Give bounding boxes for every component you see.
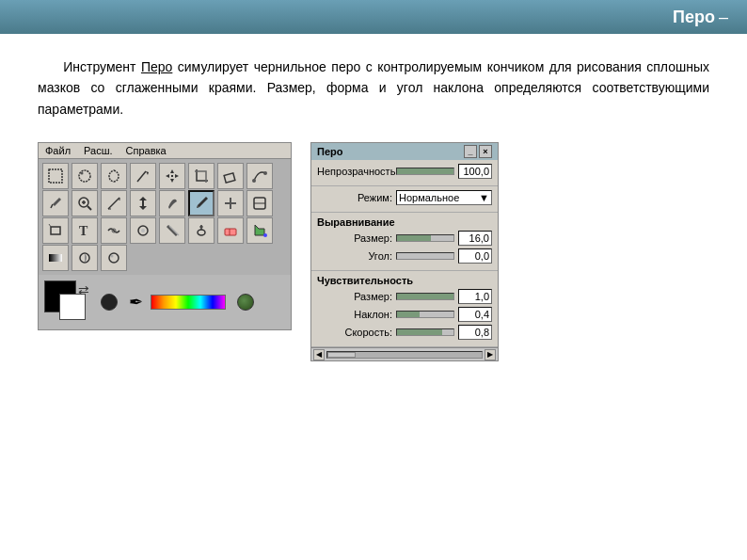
tool-align[interactable]	[130, 190, 156, 216]
svg-rect-23	[142, 200, 144, 206]
gimp-menubar: Файл Расш. Справка	[39, 143, 291, 159]
panel-minimize-btn[interactable]: _	[464, 145, 477, 158]
tool-fuzzy-select[interactable]	[72, 163, 98, 189]
tool-rect-select[interactable]	[42, 163, 69, 189]
scroll-right-btn[interactable]: ▶	[485, 349, 496, 360]
svg-line-18	[108, 198, 119, 209]
sens-size-slider[interactable]	[396, 293, 454, 300]
tool-pencil-select[interactable]	[130, 163, 156, 189]
tool-heal[interactable]	[246, 190, 273, 216]
tool-eraser[interactable]	[217, 217, 244, 244]
top-bar: Перо –	[0, 0, 747, 34]
tool-ink[interactable]	[188, 190, 215, 216]
tool-desaturate[interactable]	[101, 245, 127, 271]
tool-smudge[interactable]	[159, 217, 185, 244]
tool-gradient2[interactable]	[42, 245, 69, 271]
mode-dropdown-value: Нормальное	[399, 192, 459, 203]
angle-slider[interactable]	[396, 252, 454, 260]
sens-size-fill	[397, 294, 453, 299]
svg-marker-22	[139, 206, 147, 210]
tool-blur[interactable]	[130, 217, 156, 244]
mode-row: Режим: Нормальное ▼	[317, 190, 492, 205]
tool-zoom[interactable]	[72, 190, 98, 216]
tool-transform[interactable]	[217, 163, 244, 189]
menu-help[interactable]: Справка	[123, 144, 169, 157]
tool-warp[interactable]	[101, 217, 127, 244]
tool-measure[interactable]	[101, 190, 127, 216]
swap-colors-icon[interactable]: ⇄	[78, 282, 89, 297]
svg-point-24	[198, 206, 199, 208]
tool-eyedropper[interactable]	[42, 190, 69, 216]
svg-rect-0	[49, 169, 62, 183]
svg-rect-27	[51, 227, 60, 234]
opacity-slider[interactable]	[396, 168, 454, 175]
menu-file[interactable]: Файл	[42, 144, 73, 157]
mode-dropdown[interactable]: Нормальное ▼	[396, 190, 492, 205]
svg-point-2	[81, 172, 84, 175]
svg-marker-7	[166, 174, 169, 178]
sens-tilt-fill	[397, 312, 420, 317]
mode-label: Режим:	[317, 192, 392, 203]
svg-rect-36	[225, 229, 236, 235]
sens-size-value[interactable]: 1,0	[458, 289, 492, 304]
panel-close-btn[interactable]: ×	[479, 145, 492, 158]
main-content: Инструмент Перо симулирует чернильное пе…	[0, 34, 747, 380]
sens-speed-slider[interactable]	[396, 328, 454, 336]
svg-point-11	[252, 179, 256, 183]
tool-clone[interactable]	[217, 190, 244, 216]
sens-tilt-slider[interactable]	[396, 311, 454, 318]
active-color-indicator[interactable]	[101, 294, 118, 311]
gimp-toolbox: Файл Расш. Справка	[38, 142, 292, 330]
scroll-left-btn[interactable]: ◀	[313, 349, 325, 360]
svg-point-38	[263, 233, 267, 237]
tool-text[interactable]: T	[72, 217, 98, 244]
tool-airbrush[interactable]	[188, 217, 215, 244]
align-size-value[interactable]: 16,0	[458, 231, 492, 246]
sens-speed-fill	[397, 329, 442, 335]
pen-settings-panel: Перо _ × Непрозрачность: 100,0	[310, 142, 499, 361]
sens-tilt-value[interactable]: 0,4	[458, 307, 492, 322]
sensitivity-section: Чувствительность Размер: 1,0 Наклон: 0,4	[311, 271, 498, 347]
background-color[interactable]	[59, 294, 86, 320]
menu-ext[interactable]: Расш.	[81, 144, 115, 157]
scroll-track[interactable]	[326, 351, 483, 359]
svg-point-32	[141, 229, 145, 232]
mode-dropdown-arrow: ▼	[479, 192, 489, 203]
svg-rect-39	[49, 254, 62, 262]
svg-marker-8	[175, 174, 179, 178]
svg-point-1	[79, 170, 90, 182]
tool-lasso[interactable]	[101, 163, 127, 189]
tool-perspective-clone[interactable]	[42, 217, 69, 244]
opacity-value[interactable]: 100,0	[458, 164, 492, 179]
mode-section: Режим: Нормальное ▼	[311, 186, 498, 213]
pattern-preview[interactable]	[237, 294, 254, 311]
opacity-row: Непрозрачность: 100,0	[317, 164, 492, 179]
align-size-fill	[397, 235, 431, 241]
svg-rect-10	[224, 173, 235, 183]
svg-point-41	[109, 253, 119, 263]
tool-paint-select[interactable]	[159, 190, 185, 216]
description: Инструмент Перо симулирует чернильное пе…	[38, 56, 709, 120]
sens-speed-value[interactable]: 0,8	[458, 325, 492, 340]
svg-line-3	[137, 171, 146, 182]
size-row: Размер: 16,0	[317, 231, 492, 246]
color-area: ⇄ ✒	[39, 275, 291, 329]
svg-marker-4	[146, 171, 149, 175]
panel-scrollbar[interactable]: ◀ ▶	[311, 347, 498, 360]
tool-dodge-burn[interactable]	[72, 245, 98, 271]
angle-value[interactable]: 0,0	[458, 248, 492, 264]
tool-move[interactable]	[159, 163, 185, 189]
pen-panel-label: Перо	[317, 146, 342, 157]
align-size-slider[interactable]	[396, 234, 454, 242]
scroll-thumb[interactable]	[327, 352, 356, 358]
svg-text:T: T	[79, 224, 88, 238]
svg-marker-6	[170, 179, 174, 183]
alignment-section: Выравнивание Размер: 16,0 Угол: 0,0	[311, 213, 498, 271]
tool-path[interactable]	[246, 163, 273, 189]
title-dash: –	[719, 8, 728, 27]
tool-crop[interactable]	[188, 163, 215, 189]
tool-paint-bucket[interactable]	[246, 217, 273, 244]
tools-grid: T	[39, 159, 291, 275]
alignment-title: Выравнивание	[317, 216, 492, 228]
gradient-preview[interactable]	[151, 295, 226, 310]
